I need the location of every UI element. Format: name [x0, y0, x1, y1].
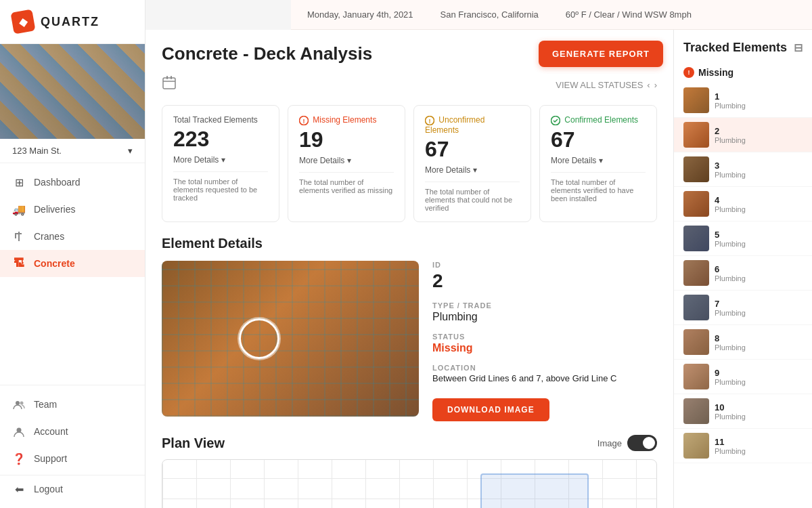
chevron-down-icon: ▾	[128, 146, 133, 156]
tracked-element-8[interactable]: 8 Plumbing	[674, 325, 812, 360]
element-thumb-1	[683, 87, 709, 113]
element-type-4: Plumbing	[715, 205, 803, 213]
element-info-8: 8 Plumbing	[715, 333, 803, 352]
element-thumb-7	[683, 295, 709, 320]
stat-missing-label: ! Missing Elements	[299, 115, 394, 125]
topbar-location: San Francisco, California	[441, 9, 539, 20]
download-image-button[interactable]: DOWNLOAD IMAGE	[432, 398, 549, 421]
stat-total-more[interactable]: More Details ▾	[173, 155, 268, 165]
sidebar-item-account[interactable]: Account	[0, 418, 145, 445]
element-info-5: 5 Plumbing	[715, 230, 803, 248]
element-info-9: 9 Plumbing	[715, 368, 803, 386]
element-info-2: 2 Plumbing	[715, 126, 803, 144]
element-num-3: 3	[715, 161, 803, 171]
calendar-icon[interactable]	[162, 75, 177, 94]
element-location-label: LOCATION	[432, 364, 657, 372]
element-num-2: 2	[715, 126, 803, 136]
sidebar-item-team[interactable]: Team	[0, 391, 145, 418]
stat-confirmed-label: Confirmed Elements	[551, 115, 646, 125]
logo-area: ◆ QUARTZ	[0, 0, 145, 44]
plan-view-toggle-label: Image	[597, 438, 622, 448]
team-icon	[12, 398, 26, 411]
support-label: Support	[34, 453, 67, 464]
svg-text:!: !	[429, 118, 431, 125]
element-thumb-10	[683, 398, 709, 424]
team-label: Team	[34, 399, 57, 410]
tracked-element-3[interactable]: 3 Plumbing	[674, 152, 812, 187]
app-name: QUARTZ	[41, 15, 99, 29]
sidebar-item-logout[interactable]: ⬅ Logout	[0, 475, 145, 503]
chevron-right-icon: ›	[654, 80, 657, 90]
image-toggle[interactable]	[627, 435, 657, 451]
topbar: Monday, January 4th, 2021 San Francisco,…	[291, 0, 812, 30]
stat-card-unconfirmed: ! Unconfirmed Elements 67 More Details ▾…	[413, 105, 531, 222]
right-panel: Tracked Elements ⊟ ! Missing 1 Plumbing …	[673, 30, 812, 508]
element-num-4: 4	[715, 195, 803, 205]
plan-view-map: 24 23 22 21 20 19 18 17	[162, 459, 657, 508]
element-type-3: Plumbing	[715, 171, 803, 179]
element-type-label: TYPE / TRADE	[432, 301, 657, 310]
status-bar: VIEW ALL STATUSES ‹ ›	[162, 75, 657, 94]
element-thumb-2	[683, 122, 709, 148]
filter-icon[interactable]: ⊟	[794, 41, 803, 54]
site-selector[interactable]: 123 Main St. ▾	[0, 139, 145, 163]
element-id-value: 2	[432, 270, 657, 292]
tracked-element-1[interactable]: 1 Plumbing	[674, 83, 812, 118]
deliveries-icon: 🚚	[12, 203, 26, 216]
tracked-element-5[interactable]: 5 Plumbing	[674, 221, 812, 256]
element-num-1: 1	[715, 91, 803, 102]
element-thumb-4	[683, 191, 709, 217]
chevron-down-icon: ▾	[473, 165, 477, 175]
concrete-label: Concrete	[34, 258, 75, 269]
sidebar-bottom: Team Account ❓ Support ⬅ Logout	[0, 385, 145, 508]
svg-point-4	[20, 402, 24, 405]
element-status-value: Missing	[432, 342, 657, 354]
chevron-down-icon: ▾	[221, 155, 225, 165]
element-id-field: ID 2	[432, 261, 657, 292]
element-info-6: 6 Plumbing	[715, 264, 803, 282]
stats-row: Total Tracked Elements 223 More Details …	[162, 105, 657, 222]
sidebar-item-deliveries[interactable]: 🚚 Deliveries	[0, 196, 145, 223]
tracked-element-10[interactable]: 10 Plumbing	[674, 394, 812, 429]
element-num-5: 5	[715, 230, 803, 240]
sidebar-item-cranes[interactable]: Cranes	[0, 223, 145, 250]
content-area: Concrete - Deck Analysis VIEW ALL STATUS…	[145, 30, 673, 508]
tracked-element-2[interactable]: 2 Plumbing	[674, 118, 812, 152]
generate-report-button[interactable]: GENERATE REPORT	[539, 41, 663, 67]
sidebar-item-support[interactable]: ❓ Support	[0, 445, 145, 472]
tracked-element-4[interactable]: 4 Plumbing	[674, 187, 812, 221]
stat-missing-more[interactable]: More Details ▾	[299, 156, 394, 165]
concrete-icon: 🏗	[12, 257, 26, 270]
element-info-11: 11 Plumbing	[715, 437, 803, 455]
sidebar-item-concrete[interactable]: 🏗 Concrete	[0, 250, 145, 277]
tracked-element-11[interactable]: 11 Plumbing	[674, 429, 812, 463]
support-icon: ❓	[12, 452, 26, 465]
dashboard-icon: ⊞	[12, 175, 26, 189]
tracked-element-7[interactable]: 7 Plumbing	[674, 291, 812, 325]
chevron-down-icon: ▾	[599, 156, 603, 165]
svg-text:!: !	[303, 118, 305, 125]
topbar-date: Monday, January 4th, 2021	[307, 9, 413, 20]
main-body: Concrete - Deck Analysis VIEW ALL STATUS…	[145, 30, 812, 508]
cranes-icon	[12, 230, 26, 243]
chevron-down-icon: ▾	[347, 156, 351, 165]
tracked-element-6[interactable]: 6 Plumbing	[674, 256, 812, 291]
element-id-label: ID	[432, 261, 657, 269]
element-type-value: Plumbing	[432, 311, 657, 323]
stat-confirmed-more[interactable]: More Details ▾	[551, 156, 646, 165]
missing-section-label: ! Missing	[674, 63, 812, 83]
sidebar-item-dashboard[interactable]: ⊞ Dashboard	[0, 169, 145, 196]
element-circle-marker	[239, 318, 279, 359]
element-thumb-5	[683, 226, 709, 251]
plan-view-header: Plan View Image	[162, 435, 657, 451]
logout-label: Logout	[34, 484, 63, 494]
deliveries-label: Deliveries	[34, 204, 75, 215]
chevron-left-icon: ‹	[647, 80, 650, 90]
plan-view-toggle: Image	[597, 435, 657, 451]
element-num-6: 6	[715, 264, 803, 274]
view-all-statuses-btn[interactable]: VIEW ALL STATUSES ‹ ›	[556, 80, 657, 90]
tracked-element-9[interactable]: 9 Plumbing	[674, 360, 812, 394]
logout-icon: ⬅	[12, 482, 26, 496]
cranes-label: Cranes	[34, 231, 64, 242]
stat-unconfirmed-more[interactable]: More Details ▾	[425, 165, 520, 175]
